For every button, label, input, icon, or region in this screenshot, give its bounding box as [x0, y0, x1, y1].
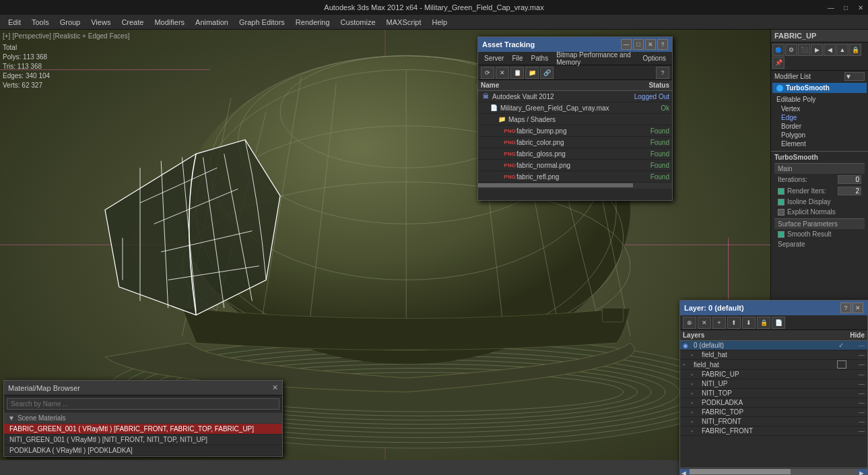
- layer-scroll-right[interactable]: ►: [858, 469, 867, 474]
- material-row-fabric[interactable]: FABRIC_GREEN_001 ( VRayMtl ) [FABRIC_FRO…: [4, 424, 282, 435]
- mod-icon-4[interactable]: ▶: [811, 44, 823, 56]
- asset-minimize-button[interactable]: —: [621, 39, 632, 50]
- menu-animation[interactable]: Animation: [190, 17, 234, 28]
- asset-row-gloss[interactable]: PNG fabric_gloss.png Found: [478, 148, 672, 160]
- mod-sub-element[interactable]: Element: [771, 139, 868, 148]
- smooth-result-label: Smooth Result: [787, 230, 832, 238]
- material-search-input[interactable]: [7, 398, 279, 410]
- layer-tb-btn4[interactable]: ⬆: [727, 317, 741, 329]
- asset-menu-file[interactable]: File: [508, 53, 526, 63]
- layer-tb-btn6[interactable]: 🔒: [757, 317, 770, 329]
- asset-tb-btn2[interactable]: ✕: [496, 67, 509, 79]
- mod-icon-6[interactable]: ▲: [836, 44, 848, 56]
- render-iters-input[interactable]: [838, 187, 861, 195]
- mod-icon-7[interactable]: 🔒: [849, 44, 861, 56]
- smooth-result-checkbox[interactable]: [778, 231, 784, 238]
- layer-row-field-hat-child[interactable]: ◦ field_hat —: [680, 350, 867, 360]
- asset-scroll-thumb[interactable]: [478, 183, 633, 187]
- asset-tb-help[interactable]: ?: [656, 67, 669, 79]
- turbosmooth-label: TurboSmooth: [786, 84, 830, 92]
- material-row-niti[interactable]: NITI_GREEN_001 ( VRayMtl ) [NITI_FRONT, …: [4, 435, 282, 445]
- asset-row-color[interactable]: PNG fabric_color.png Found: [478, 137, 672, 148]
- modifier-icons-row: 🔵 ⚙ ⬛ ▶ ◀ ▲ 🔒 📌: [771, 42, 868, 71]
- modifier-list-dropdown[interactable]: ▼: [844, 72, 865, 81]
- material-row-podkladka[interactable]: PODKLADKA ( VRayMtl ) [PODKLADKA]: [4, 445, 282, 456]
- turbosmooth-item[interactable]: TurboSmooth: [772, 83, 867, 93]
- layer-tb-btn3[interactable]: +: [712, 317, 726, 329]
- main-section-header: Main: [774, 163, 865, 174]
- menu-views[interactable]: Views: [86, 17, 116, 28]
- editable-poly-item[interactable]: Editable Poly: [771, 94, 868, 104]
- layer-bottom-scrollbar[interactable]: ◄ ►: [680, 468, 867, 474]
- menu-tools[interactable]: Tools: [26, 17, 55, 28]
- layer-row-niti-front[interactable]: ◦ NITI_FRONT —: [680, 417, 867, 426]
- asset-menu-options[interactable]: Options: [640, 53, 669, 63]
- layer-row-fabric-front[interactable]: ◦ FABRIC_FRONT —: [680, 426, 867, 436]
- asset-menu-bitmap[interactable]: Bitmap Performance and Memory: [553, 50, 638, 67]
- menu-maxscript[interactable]: MAXScript: [381, 17, 427, 28]
- refl-texture-icon: PNG: [505, 172, 514, 181]
- material-browser-close[interactable]: ✕: [272, 383, 278, 392]
- mod-icon-8[interactable]: 📌: [772, 57, 784, 69]
- mod-sub-vertex[interactable]: Vertex: [771, 104, 868, 113]
- mod-icon-3[interactable]: ⬛: [798, 44, 810, 56]
- isoline-checkbox[interactable]: [778, 199, 784, 205]
- menu-group[interactable]: Group: [55, 17, 86, 28]
- asset-tb-btn4[interactable]: 📁: [525, 67, 539, 79]
- layer-row-niti-top[interactable]: ◦ NITI_TOP —: [680, 389, 867, 398]
- asset-row-file[interactable]: 📄 Military_Green_Field_Cap_vray.max Ok: [478, 102, 672, 114]
- menu-create[interactable]: Create: [116, 17, 149, 28]
- layer-row-niti-up[interactable]: ◦ NITI_UP —: [680, 379, 867, 389]
- asset-row-vault[interactable]: 🏛 Autodesk Vault 2012 Logged Out: [478, 91, 672, 102]
- asset-row-maps[interactable]: 📁 Maps / Shaders: [478, 114, 672, 125]
- layer-tb-btn1[interactable]: ⊕: [683, 317, 696, 329]
- asset-help-button[interactable]: ?: [657, 39, 668, 50]
- asset-tb-btn3[interactable]: 📋: [510, 67, 524, 79]
- layer-tb-btn2[interactable]: ✕: [698, 317, 711, 329]
- layer-scroll-left[interactable]: ◄: [680, 469, 690, 474]
- layer-row-fabric-top[interactable]: ◦ FABRIC_TOP —: [680, 408, 867, 417]
- layer-row-podkladka[interactable]: ◦ PODKLADKA —: [680, 398, 867, 408]
- menu-help[interactable]: Help: [427, 17, 453, 28]
- asset-menu-paths[interactable]: Paths: [528, 53, 552, 63]
- mod-sub-polygon[interactable]: Polygon: [771, 131, 868, 139]
- mod-sub-border[interactable]: Border: [771, 122, 868, 131]
- iterations-input[interactable]: [838, 175, 861, 184]
- mod-sub-edge[interactable]: Edge: [771, 113, 868, 122]
- menu-graph-editors[interactable]: Graph Editors: [234, 17, 290, 28]
- asset-tb-btn5[interactable]: 🔗: [540, 67, 554, 79]
- gloss-status: Found: [615, 150, 669, 158]
- layer-row-fabric-up[interactable]: ◦ FABRIC_UP —: [680, 370, 867, 379]
- maximize-button[interactable]: □: [838, 0, 853, 15]
- layer-row-default[interactable]: ◉ 0 (default) ✓ —: [680, 341, 867, 350]
- menu-edit[interactable]: Edit: [3, 17, 26, 28]
- layer-tb-btn5[interactable]: ⬇: [742, 317, 756, 329]
- mod-icon-2[interactable]: ⚙: [785, 44, 797, 56]
- mod-icon-5[interactable]: ◀: [824, 44, 836, 56]
- asset-row-refl[interactable]: PNG fabric_refl.png Found: [478, 171, 672, 183]
- asset-window-controls: — □ ✕ ?: [621, 39, 668, 50]
- asset-table-header: Name Status: [478, 80, 672, 91]
- menu-rendering[interactable]: Rendering: [290, 17, 335, 28]
- asset-row-bump[interactable]: PNG fabric_bump.png Found: [478, 125, 672, 137]
- asset-maximize-button[interactable]: □: [633, 39, 644, 50]
- menu-customize[interactable]: Customize: [335, 17, 381, 28]
- layer-niti-up-name: NITI_UP: [702, 380, 848, 387]
- asset-close-button[interactable]: ✕: [645, 39, 656, 50]
- viewport-area[interactable]: [+] [Perspective] [Realistic + Edged Fac…: [0, 30, 770, 460]
- explicit-normals-checkbox[interactable]: [778, 209, 784, 216]
- asset-tb-btn1[interactable]: ⟳: [481, 67, 494, 79]
- asset-row-normal[interactable]: PNG fabric_normal.png Found: [478, 160, 672, 171]
- mod-icon-1[interactable]: 🔵: [772, 44, 784, 56]
- menu-modifiers[interactable]: Modifiers: [149, 17, 190, 28]
- layer-niti-up-hide: —: [848, 381, 865, 387]
- asset-menu-server[interactable]: Server: [481, 53, 507, 63]
- layer-help-btn[interactable]: ?: [840, 303, 851, 313]
- asset-scrollbar[interactable]: [478, 183, 672, 188]
- layer-tb-btn7[interactable]: 📄: [772, 317, 785, 329]
- close-button[interactable]: ✕: [853, 0, 868, 15]
- render-iters-checkbox[interactable]: [778, 188, 784, 195]
- layer-close-btn[interactable]: ✕: [853, 303, 863, 313]
- minimize-button[interactable]: —: [824, 0, 838, 15]
- layer-row-field-hat[interactable]: ◦ field_hat —: [680, 360, 867, 370]
